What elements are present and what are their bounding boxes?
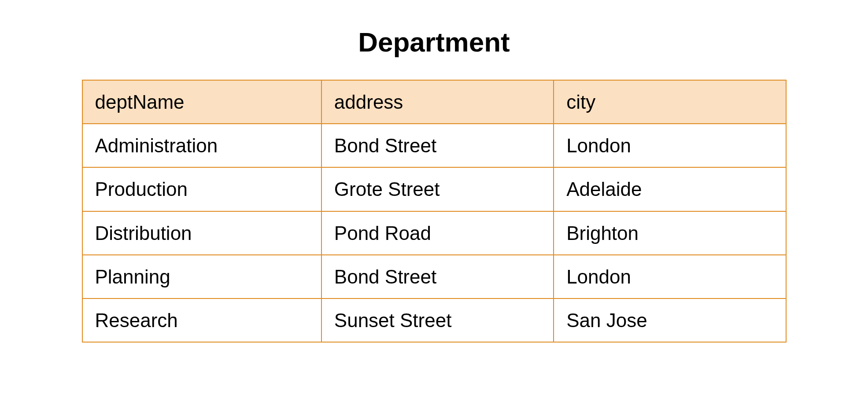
cell-city: Adelaide (554, 167, 786, 211)
col-header-address: address (321, 80, 554, 124)
cell-city: London (554, 255, 786, 298)
cell-deptname: Distribution (82, 211, 321, 255)
table-row: Research Sunset Street San Jose (82, 298, 786, 342)
page: Department deptName address city Adminis… (0, 0, 868, 343)
cell-deptname: Production (82, 167, 321, 211)
department-table: deptName address city Administration Bon… (82, 80, 787, 343)
table-row: Planning Bond Street London (82, 255, 786, 298)
table-header: deptName address city (82, 80, 786, 124)
table-body: Administration Bond Street London Produc… (82, 124, 786, 342)
col-header-deptname: deptName (82, 80, 321, 124)
cell-address: Grote Street (321, 167, 554, 211)
table-row: Production Grote Street Adelaide (82, 167, 786, 211)
cell-deptname: Research (82, 298, 321, 342)
cell-deptname: Planning (82, 255, 321, 298)
cell-deptname: Administration (82, 124, 321, 167)
table-row: Distribution Pond Road Brighton (82, 211, 786, 255)
cell-city: Brighton (554, 211, 786, 255)
cell-address: Sunset Street (321, 298, 554, 342)
col-header-city: city (554, 80, 786, 124)
cell-address: Pond Road (321, 211, 554, 255)
cell-address: Bond Street (321, 255, 554, 298)
table-header-row: deptName address city (82, 80, 786, 124)
cell-city: San Jose (554, 298, 786, 342)
table-row: Administration Bond Street London (82, 124, 786, 167)
cell-city: London (554, 124, 786, 167)
table-title: Department (0, 26, 868, 58)
cell-address: Bond Street (321, 124, 554, 167)
